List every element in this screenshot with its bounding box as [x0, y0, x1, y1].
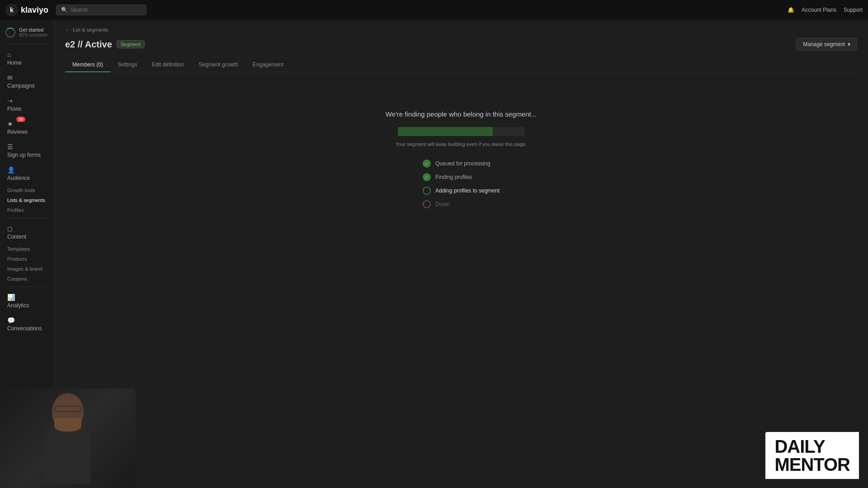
progress-bar-fill	[398, 127, 493, 136]
sidebar-get-started[interactable]: Get started 85% complete	[0, 23, 54, 41]
sidebar-divider-mid	[5, 218, 48, 218]
step-done-label: Done!	[435, 201, 450, 207]
daily-mentor-watermark: DAILY MENTOR	[765, 432, 859, 479]
tab-engagement[interactable]: Engagement	[245, 58, 291, 72]
progress-bar-container	[398, 127, 524, 136]
person-beard	[54, 418, 81, 432]
app-logo: k klaviyo	[5, 4, 51, 16]
sidebar-item-reviews-label: Reviews	[7, 129, 28, 135]
webcam-person	[0, 389, 136, 488]
analytics-icon: 📊	[7, 294, 15, 301]
tabs: Members (0) Settings Edit definition Seg…	[65, 58, 857, 72]
step-adding-icon	[423, 187, 431, 195]
person-body	[45, 429, 90, 483]
step-finding-icon: ✓	[423, 173, 431, 181]
segment-processing-content: We're finding people who belong in this …	[65, 83, 857, 208]
top-navigation: k klaviyo 🔍 🔔 Account Plans Support	[0, 0, 868, 20]
sidebar-item-profiles[interactable]: Profiles	[0, 205, 54, 215]
search-bar[interactable]: 🔍	[56, 5, 146, 15]
sidebar-item-signup-forms[interactable]: ☰ Sign up forms	[2, 140, 52, 162]
signup-forms-icon: ☰	[7, 143, 13, 150]
sidebar-item-campaigns-label: Campaigns	[7, 83, 35, 89]
step-done-icon	[423, 200, 431, 208]
campaigns-icon: ✉	[7, 74, 13, 81]
step-finding-label: Finding profiles	[435, 174, 472, 180]
main-content: ← List & segments e2 // Active Segment M…	[54, 20, 868, 488]
account-plans-label: Account Plans	[802, 7, 836, 13]
sidebar-item-flows-label: Flows	[7, 106, 21, 112]
audience-icon: 👤	[7, 166, 15, 174]
search-icon: 🔍	[61, 7, 68, 13]
steps-list: ✓ Queued for processing ✓ Finding profil…	[423, 160, 500, 208]
tab-segment-growth[interactable]: Segment growth	[191, 58, 245, 72]
sidebar-divider-top	[5, 44, 48, 44]
step-adding: Adding profiles to segment	[423, 187, 500, 195]
sidebar-item-campaigns[interactable]: ✉ Campaigns	[2, 70, 52, 93]
sidebar-item-growth-tools[interactable]: Growth tools	[0, 185, 54, 195]
notification-button[interactable]: 🔔	[788, 7, 794, 13]
segment-badge: Segment	[117, 40, 145, 48]
app-name: klaviyo	[21, 5, 48, 15]
watermark-line2: MENTOR	[774, 455, 850, 474]
sidebar-item-audience-label: Audience	[7, 175, 30, 181]
flows-icon: ⇢	[7, 97, 13, 104]
step-adding-label: Adding profiles to segment	[435, 188, 500, 194]
sidebar-item-conversations-label: Conversations	[7, 325, 42, 332]
reviews-badge: 39	[16, 117, 25, 122]
nav-right: 🔔 Account Plans Support	[788, 7, 863, 13]
home-icon: ⌂	[7, 51, 11, 58]
sidebar-item-conversations[interactable]: 💬 Conversations	[2, 313, 52, 335]
back-icon: ←	[65, 27, 70, 33]
page-title: e2 // Active	[65, 39, 112, 50]
segment-message: We're finding people who belong in this …	[386, 110, 537, 118]
sidebar-item-lists-segments[interactable]: Lists & segments	[0, 195, 54, 205]
sidebar-item-home-label: Home	[7, 60, 22, 66]
sidebar-item-audience[interactable]: 👤 Audience	[2, 163, 52, 185]
sidebar-item-analytics-label: Analytics	[7, 302, 29, 309]
sidebar-item-analytics[interactable]: 📊 Analytics	[2, 290, 52, 312]
page-title-area: e2 // Active Segment	[65, 39, 145, 50]
progress-ring-icon	[5, 28, 15, 38]
tab-settings[interactable]: Settings	[110, 58, 144, 72]
person-head	[52, 393, 84, 429]
manage-segment-label: Manage segment	[803, 41, 845, 47]
tab-edit-definition[interactable]: Edit definition	[144, 58, 191, 72]
sidebar-item-content[interactable]: ◻ Content	[2, 221, 52, 244]
sidebar-item-home[interactable]: ⌂ Home	[2, 47, 52, 70]
manage-segment-button[interactable]: Manage segment ▾	[796, 38, 857, 51]
chevron-down-icon: ▾	[848, 41, 850, 47]
page-header: e2 // Active Segment Manage segment ▾	[65, 38, 857, 51]
logo-icon: k	[5, 4, 18, 16]
sidebar-item-content-label: Content	[7, 234, 26, 240]
progress-note: Your segment will keep building even if …	[396, 141, 527, 147]
step-done: Done!	[423, 200, 450, 208]
sidebar-item-coupons[interactable]: Coupons	[0, 274, 54, 284]
step-finding: ✓ Finding profiles	[423, 173, 472, 181]
account-plans-button[interactable]: Account Plans	[802, 7, 836, 13]
support-label: Support	[844, 7, 863, 13]
sidebar-item-images-brand[interactable]: Images & brand	[0, 264, 54, 274]
bell-icon: 🔔	[788, 7, 794, 13]
support-button[interactable]: Support	[844, 7, 863, 13]
breadcrumb[interactable]: ← List & segments	[65, 27, 857, 33]
watermark-line1: DAILY	[774, 437, 850, 455]
webcam-overlay	[0, 389, 136, 488]
reviews-icon: ★	[7, 120, 13, 127]
get-started-sub: 85% complete	[19, 33, 47, 38]
sidebar-item-products[interactable]: Products	[0, 254, 54, 264]
search-input[interactable]	[71, 7, 142, 13]
step-queued-label: Queued for processing	[435, 160, 490, 167]
tab-members[interactable]: Members (0)	[65, 58, 110, 72]
sidebar-item-signup-forms-label: Sign up forms	[7, 152, 41, 158]
breadcrumb-label: List & segments	[73, 27, 108, 33]
person-glasses	[54, 406, 81, 412]
step-queued-icon: ✓	[423, 160, 431, 168]
get-started-label: Get started	[19, 27, 47, 33]
sidebar-item-templates[interactable]: Templates	[0, 244, 54, 254]
sidebar-item-flows[interactable]: ⇢ Flows	[2, 94, 52, 116]
content-icon: ◻	[7, 225, 13, 232]
sidebar-item-reviews[interactable]: ★ Reviews 39	[2, 117, 52, 139]
conversations-icon: 💬	[7, 317, 15, 324]
sidebar-divider-bottom	[5, 286, 48, 287]
step-queued: ✓ Queued for processing	[423, 160, 490, 168]
